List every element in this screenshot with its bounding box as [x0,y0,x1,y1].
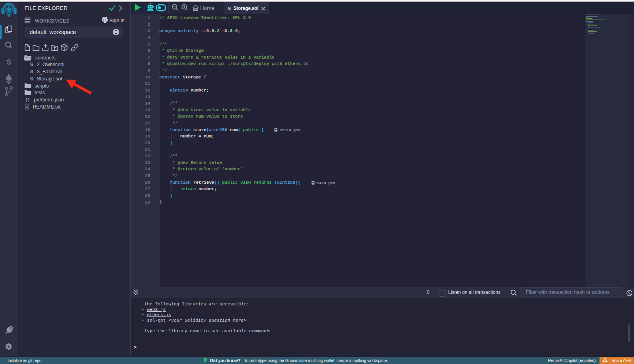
svg-text:Home: Home [200,5,214,11]
svg-text:S: S [30,76,33,82]
svg-text:S: S [6,58,11,66]
svg-text:S: S [30,69,33,74]
svg-text:S: S [227,6,231,11]
svg-text:S: S [30,62,33,67]
svg-text:{ }: { } [25,97,30,102]
